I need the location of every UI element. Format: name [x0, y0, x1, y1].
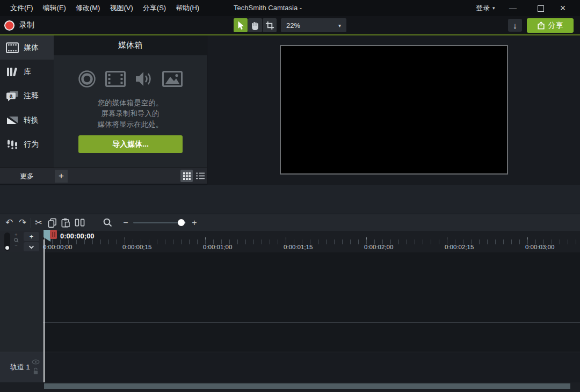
menu-modify[interactable]: 修改(M)	[71, 0, 105, 16]
more-tools-button[interactable]: 更多	[0, 168, 54, 184]
video-icon	[105, 71, 126, 87]
playhead-time: 0:00:00;00	[60, 232, 95, 240]
crop-tool-button[interactable]	[263, 18, 277, 32]
toolbar: 录制	[0, 16, 580, 35]
download-button[interactable]: ↓	[508, 19, 522, 32]
media-bin-empty-text: 您的媒体箱是空的。 屏幕录制和导入的 媒体将显示在此处。	[54, 98, 207, 130]
undo-button[interactable]: ↶	[3, 214, 15, 231]
playhead-line[interactable]	[44, 239, 45, 382]
paste-icon	[61, 218, 70, 228]
menu-file[interactable]: 文件(F)	[5, 0, 38, 16]
image-icon	[162, 71, 183, 87]
preview-canvas[interactable]	[280, 45, 508, 175]
sidebar-item-label: 媒体	[24, 43, 39, 53]
list-view-button[interactable]	[194, 170, 206, 182]
media-bin-empty-icons	[54, 70, 207, 88]
zoom-out-button[interactable]: −	[120, 214, 131, 231]
ruler-label: 0:00:01;15	[284, 244, 313, 250]
sidebar-item-label: 行为	[24, 140, 39, 149]
sidebar-item-media[interactable]: 媒体	[0, 35, 54, 60]
ruler-label: 0:00:00;00	[43, 244, 72, 250]
ruler-label: 0:00:03;00	[525, 244, 554, 250]
minimize-icon: —	[509, 4, 517, 12]
horizontal-scrollbar[interactable]	[44, 383, 570, 389]
track-height-slider-thumb[interactable]	[5, 246, 9, 250]
recording-icon	[78, 70, 96, 88]
track-zoom-in-button[interactable]: +	[15, 232, 17, 238]
timeline-tracks-area[interactable]	[43, 252, 580, 382]
split-button[interactable]	[73, 214, 86, 231]
zoom-in-button[interactable]: +	[189, 214, 200, 231]
select-tool-button[interactable]	[234, 18, 248, 32]
plus-icon: +	[59, 171, 64, 182]
sidebar-item-transitions[interactable]: 转换	[0, 108, 54, 132]
transition-icon	[6, 115, 19, 126]
record-label: 录制	[19, 20, 34, 30]
sidebar-item-label: 库	[24, 67, 31, 77]
track-1-lane[interactable]	[43, 352, 580, 382]
crop-icon	[265, 21, 274, 30]
plus-icon: +	[30, 233, 34, 241]
track-zoom-out-button[interactable]: −	[15, 243, 17, 249]
eye-icon[interactable]	[32, 359, 40, 365]
redo-button[interactable]: ↷	[17, 214, 28, 231]
track-1-header[interactable]: 轨道 1	[0, 352, 43, 382]
close-button[interactable]: ×	[554, 0, 571, 16]
collapse-tracks-button[interactable]	[24, 242, 39, 251]
timeline-left-controls: + − +	[0, 231, 43, 252]
sidebar-item-behaviors[interactable]: 行为	[0, 132, 54, 156]
empty-text-line: 您的媒体箱是空的。	[54, 98, 207, 108]
add-track-button[interactable]: +	[24, 232, 39, 241]
playhead-grip-icon	[50, 230, 57, 239]
maximize-button[interactable]	[532, 0, 549, 16]
edit-toolbar: ↶ ↷ ✂	[0, 214, 580, 231]
menu-edit[interactable]: 编辑(E)	[38, 0, 71, 16]
behaviors-icon	[6, 139, 19, 150]
timeline: + − +	[0, 231, 580, 392]
track-height-slider[interactable]	[4, 233, 10, 251]
library-icon	[6, 67, 19, 77]
minus-icon: −	[123, 218, 128, 228]
lock-icon[interactable]	[33, 367, 39, 375]
hand-icon	[251, 21, 259, 30]
timeline-zoom-button[interactable]	[102, 214, 113, 231]
panel-footer: 更多 +	[0, 168, 207, 184]
menu-view[interactable]: 视图(V)	[105, 0, 137, 16]
ruler-label: 0:00:01;00	[203, 244, 232, 250]
grid-view-button[interactable]	[180, 170, 193, 182]
ruler-label: 0:00:02;00	[364, 244, 393, 250]
cut-button[interactable]: ✂	[33, 214, 45, 231]
menu-share[interactable]: 分享(S)	[138, 0, 171, 16]
share-button[interactable]: 分享	[527, 18, 574, 33]
maximize-icon	[538, 5, 544, 12]
title-bar: 文件(F) 编辑(E) 修改(M) 视图(V) 分享(S) 帮助(H) Tech…	[0, 0, 580, 16]
copy-button[interactable]	[46, 214, 58, 231]
record-button[interactable]: 录制	[4, 18, 34, 32]
sidebar-item-label: 转换	[24, 115, 39, 125]
track-header-column: 轨道 1	[0, 252, 43, 382]
timeline-zoom-slider-thumb[interactable]	[178, 219, 185, 226]
track-zoom-controls: + −	[13, 232, 19, 249]
undo-icon: ↶	[5, 217, 13, 228]
annotation-icon: a	[6, 90, 19, 101]
playhead-handle[interactable]	[43, 230, 57, 242]
paste-button[interactable]	[59, 214, 71, 231]
separator	[31, 218, 31, 228]
empty-text-line: 屏幕录制和导入的	[54, 108, 207, 119]
pan-tool-button[interactable]	[248, 18, 262, 32]
import-media-button[interactable]: 导入媒体...	[78, 135, 183, 153]
sign-in-button[interactable]: 登录 ▾	[476, 0, 495, 16]
sidebar-item-annotations[interactable]: a 注释	[0, 84, 54, 108]
sidebar: 媒体 库 a 注释	[0, 35, 54, 168]
timeline-ruler[interactable]: 0:00:00;00 0:00:00;00 0:00:00;15 0:00:01…	[43, 231, 580, 252]
menu-help[interactable]: 帮助(H)	[171, 0, 204, 16]
canvas-zoom-dropdown[interactable]: 22% ▾	[281, 18, 346, 32]
list-view-icon	[196, 172, 205, 179]
audio-icon	[135, 70, 153, 88]
grid-view-icon	[183, 172, 191, 180]
minimize-button[interactable]: —	[504, 0, 521, 16]
sidebar-item-library[interactable]: 库	[0, 60, 54, 84]
window-title: TechSmith Camtasia -	[234, 0, 302, 16]
record-icon	[4, 20, 15, 31]
add-media-button[interactable]: +	[55, 170, 68, 183]
